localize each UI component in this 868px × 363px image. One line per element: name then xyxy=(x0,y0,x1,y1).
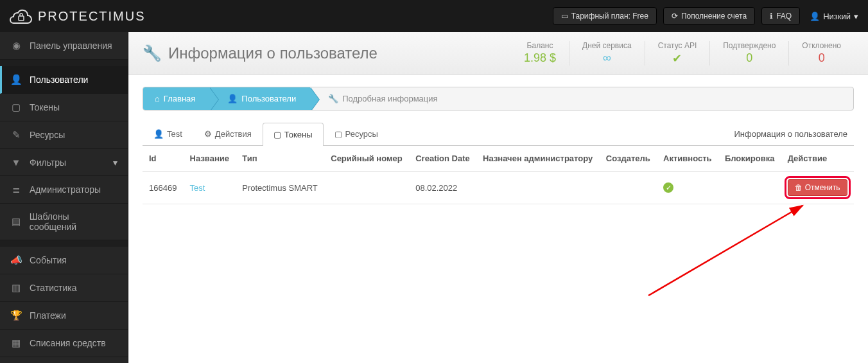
wrench-icon: 🔧 xyxy=(143,44,162,62)
edit-icon: ✎ xyxy=(10,129,22,141)
user-name: Низкий xyxy=(823,12,851,21)
sidebar-item-label: Шаблоны сообщений xyxy=(30,211,117,232)
receipt-icon: ▦ xyxy=(10,337,22,349)
sidebar-item-stats[interactable]: ▥ Статистика xyxy=(0,274,128,302)
infinity-icon: ∞ xyxy=(582,51,632,65)
breadcrumb-users[interactable]: 👤 Пользователи xyxy=(209,87,310,110)
sidebar-item-label: Администраторы xyxy=(30,184,101,195)
cell-serial xyxy=(324,172,409,204)
topup-button[interactable]: ⟳ Пополнение счета xyxy=(663,7,755,25)
cloud-lock-icon xyxy=(10,7,33,25)
tab-test[interactable]: 👤 Test xyxy=(143,122,193,145)
th-creator: Создатель xyxy=(600,146,657,172)
stat-label: Статус API xyxy=(658,41,697,50)
home-icon: ⌂ xyxy=(155,94,160,103)
cell-action: 🗑 Отменить xyxy=(781,172,854,204)
sidebar-item-label: Пользователи xyxy=(30,75,88,85)
sidebar-item-label: Списания средств xyxy=(30,338,106,348)
top-bar: PROTECTIMUS ▭ Тарифный план: Free ⟳ Попо… xyxy=(0,0,868,32)
th-id: Id xyxy=(143,146,184,172)
th-assigned: Назначен администратору xyxy=(476,146,600,172)
page-title-text: Информация о пользователе xyxy=(168,44,378,62)
brand-logo[interactable]: PROTECTIMUS xyxy=(10,7,146,25)
stat-label: Баланс xyxy=(524,41,556,50)
faq-label: FAQ xyxy=(776,12,792,21)
caret-down-icon: ▾ xyxy=(113,157,117,168)
tab-label: Ресурсы xyxy=(345,129,378,139)
cell-block xyxy=(718,172,781,204)
sidebar-item-label: Панель управления xyxy=(30,40,112,51)
user-icon: 👤 xyxy=(810,12,820,21)
sidebar-item-admins[interactable]: ≣ Администраторы xyxy=(0,176,128,204)
svg-rect-0 xyxy=(19,16,24,21)
th-block: Блокировка xyxy=(718,146,781,172)
sidebar-item-users[interactable]: 👤 Пользователи xyxy=(0,66,128,94)
sidebar-item-label: Токены xyxy=(30,102,60,112)
brand-text: PROTECTIMUS xyxy=(38,9,146,24)
stat-approved: Подтверждено 0 xyxy=(709,41,788,66)
file-icon: ▤ xyxy=(10,216,22,227)
cell-type: Protectimus SMART xyxy=(236,172,324,204)
resource-icon: ▢ xyxy=(334,129,342,139)
filter-icon: ▼ xyxy=(10,157,22,168)
sidebar-item-dashboard[interactable]: ◉ Панель управления xyxy=(0,32,128,60)
sidebar-item-label: События xyxy=(30,255,67,265)
page-title: 🔧 Информация о пользователе xyxy=(143,44,378,62)
sidebar-item-label: Фильтры xyxy=(30,157,66,168)
tab-tokens[interactable]: ▢ Токены xyxy=(263,123,324,146)
user-icon: 👤 xyxy=(227,94,238,103)
active-check-icon: ✓ xyxy=(663,182,673,193)
sidebar-item-label: Ресурсы xyxy=(30,130,65,140)
tokens-table: Id Название Тип Серийный номер Creation … xyxy=(143,146,854,204)
cancel-button[interactable]: 🗑 Отменить xyxy=(788,179,847,196)
th-name: Название xyxy=(184,146,236,172)
sidebar-item-tokens[interactable]: ▢ Токены xyxy=(0,94,128,121)
page-header: 🔧 Информация о пользователе Баланс 1.98 … xyxy=(128,32,868,75)
table-row: 166469 Test Protectimus SMART 08.02.2022… xyxy=(143,172,854,204)
header-stats: Баланс 1.98 $ Дней сервиса ∞ Статус API … xyxy=(511,41,854,66)
stat-api: Статус API ✔ xyxy=(645,41,710,66)
user-menu[interactable]: 👤 Низкий ▾ xyxy=(810,12,858,21)
chart-icon: ▥ xyxy=(10,282,22,294)
sidebar-item-charges[interactable]: ▦ Списания средств xyxy=(0,330,128,357)
cell-creator xyxy=(600,172,657,204)
trophy-icon: 🏆 xyxy=(10,310,22,321)
tariff-plan-button[interactable]: ▭ Тарифный план: Free xyxy=(553,7,657,25)
tab-label: Действия xyxy=(215,129,252,139)
cell-id: 166469 xyxy=(143,172,184,204)
tab-actions[interactable]: ⚙ Действия xyxy=(193,122,263,145)
stat-balance: Баланс 1.98 $ xyxy=(511,41,569,66)
sidebar-item-resources[interactable]: ✎ Ресурсы xyxy=(0,121,128,149)
stat-value: 0 xyxy=(723,51,776,65)
cancel-label: Отменить xyxy=(805,183,840,192)
trash-icon: 🗑 xyxy=(795,183,803,192)
stat-value: 0 xyxy=(802,51,841,65)
card-icon: ▭ xyxy=(561,12,568,21)
sidebar-item-filters[interactable]: ▼ Фильтры ▾ xyxy=(0,149,128,176)
phone-icon: ▢ xyxy=(10,102,22,113)
sidebar-item-label: Платежи xyxy=(30,310,66,321)
stat-label: Подтверждено xyxy=(723,41,776,50)
cell-assigned xyxy=(476,172,600,204)
th-type: Тип xyxy=(236,146,324,172)
sidebar-item-payments[interactable]: 🏆 Платежи xyxy=(0,302,128,330)
sidebar-item-templates[interactable]: ▤ Шаблоны сообщений xyxy=(0,204,128,240)
token-link[interactable]: Test xyxy=(190,183,205,193)
main-content: 🔧 Информация о пользователе Баланс 1.98 … xyxy=(128,32,868,363)
faq-button[interactable]: ℹ FAQ xyxy=(761,7,800,25)
cell-activity: ✓ xyxy=(657,172,718,204)
stat-rejected: Отклонено 0 xyxy=(788,41,854,66)
user-icon: 👤 xyxy=(153,129,164,139)
breadcrumb-label: Подробная информация xyxy=(342,94,437,103)
sidebar-item-events[interactable]: 📣 События xyxy=(0,247,128,274)
stat-label: Отклонено xyxy=(802,41,841,50)
breadcrumb-label: Главная xyxy=(164,94,195,103)
stat-days: Дней сервиса ∞ xyxy=(569,41,645,66)
user-icon: 👤 xyxy=(10,74,22,85)
breadcrumb-home[interactable]: ⌂ Главная xyxy=(143,87,209,110)
info-icon: ℹ xyxy=(770,12,773,21)
stat-value: 1.98 $ xyxy=(524,51,556,65)
tab-resources[interactable]: ▢ Ресурсы xyxy=(324,122,389,145)
bars-icon: ≣ xyxy=(10,184,22,195)
breadcrumb-current: 🔧 Подробная информация xyxy=(310,87,451,110)
